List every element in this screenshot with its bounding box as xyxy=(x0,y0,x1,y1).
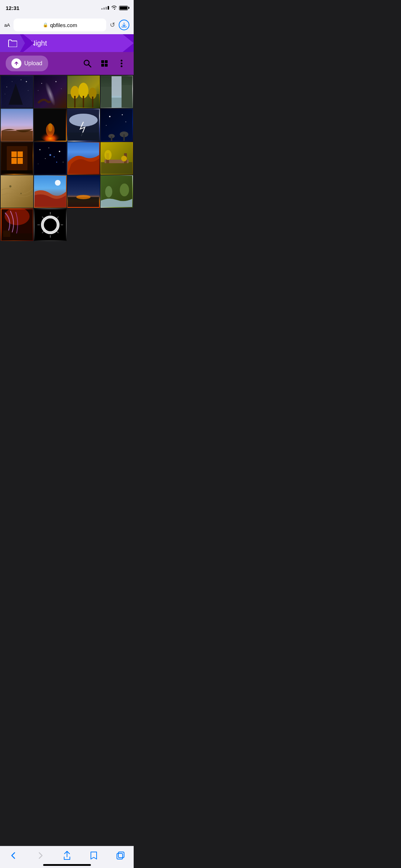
status-time: 12:31 xyxy=(6,5,19,11)
folder-button[interactable] xyxy=(0,34,25,52)
svg-line-1 xyxy=(88,64,91,67)
list-item[interactable] xyxy=(1,175,33,208)
svg-point-12 xyxy=(5,94,5,94)
list-item[interactable] xyxy=(34,208,66,241)
photo-waterfall-image xyxy=(101,76,132,108)
list-item[interactable] xyxy=(67,175,100,208)
svg-rect-24 xyxy=(74,96,76,108)
svg-point-64 xyxy=(49,154,51,156)
list-item[interactable] xyxy=(34,76,66,108)
svg-rect-47 xyxy=(123,134,125,141)
svg-point-45 xyxy=(106,125,107,126)
photo-eclipse-image xyxy=(35,209,66,241)
folder-icon xyxy=(8,39,17,47)
svg-point-91 xyxy=(45,219,56,231)
svg-point-42 xyxy=(109,116,110,117)
photo-stars-image xyxy=(35,143,66,174)
list-item[interactable] xyxy=(34,142,66,175)
list-item[interactable] xyxy=(1,76,33,108)
photo-lightning-image xyxy=(68,109,99,141)
svg-rect-41 xyxy=(101,109,132,141)
list-item[interactable] xyxy=(67,76,100,108)
svg-rect-88 xyxy=(3,231,10,237)
lock-icon: 🔒 xyxy=(43,22,48,27)
list-item[interactable] xyxy=(1,208,33,241)
toolbar-row: Upload xyxy=(0,52,134,75)
upload-label: Upload xyxy=(24,60,42,67)
photo-mushroom-image xyxy=(101,109,132,141)
svg-point-10 xyxy=(12,81,12,82)
list-item[interactable] xyxy=(1,109,33,141)
svg-rect-74 xyxy=(1,176,33,207)
svg-point-17 xyxy=(61,88,62,89)
list-item[interactable] xyxy=(67,109,100,141)
svg-point-61 xyxy=(45,158,46,159)
svg-point-18 xyxy=(38,90,38,91)
list-item[interactable] xyxy=(101,142,133,175)
signal-icon xyxy=(101,6,109,10)
svg-rect-40 xyxy=(68,133,99,141)
empty-cell xyxy=(101,208,133,241)
reload-button[interactable]: ↺ xyxy=(110,21,115,29)
photo-autumn-bridge-image xyxy=(101,143,132,174)
svg-rect-56 xyxy=(35,143,66,174)
svg-rect-29 xyxy=(110,96,123,108)
upload-circle-icon xyxy=(11,58,21,68)
photo-horizon-image xyxy=(68,176,99,207)
wifi-icon xyxy=(111,5,117,11)
svg-point-2 xyxy=(121,60,123,62)
svg-point-4 xyxy=(121,66,123,67)
svg-rect-33 xyxy=(1,131,33,141)
photo-grid-container[interactable] xyxy=(0,75,134,274)
breadcrumb-text: Night xyxy=(30,39,47,47)
svg-point-9 xyxy=(21,79,21,80)
svg-point-62 xyxy=(63,162,63,162)
svg-point-73 xyxy=(104,150,112,160)
list-item[interactable] xyxy=(101,109,133,141)
svg-point-63 xyxy=(38,164,38,164)
svg-point-44 xyxy=(125,122,126,122)
svg-point-8 xyxy=(6,87,7,87)
url-text: qbfiles.com xyxy=(50,22,77,28)
list-item[interactable] xyxy=(34,109,66,141)
list-item[interactable] xyxy=(101,175,133,208)
svg-rect-25 xyxy=(83,96,84,108)
svg-point-83 xyxy=(105,186,112,197)
search-button[interactable] xyxy=(81,57,94,70)
svg-rect-26 xyxy=(92,97,93,108)
photo-cabin-window-image xyxy=(1,143,33,174)
svg-rect-68 xyxy=(101,162,132,174)
url-bar[interactable]: 🔒 qbfiles.com xyxy=(14,19,106,31)
photo-sand-image xyxy=(1,176,33,207)
nav-header: Night Upload xyxy=(0,34,134,75)
list-item[interactable] xyxy=(67,142,100,175)
url-bar-container: aA 🔒 qbfiles.com ↺ xyxy=(0,16,134,34)
svg-point-75 xyxy=(9,185,11,187)
upload-arrow-icon xyxy=(14,61,19,66)
list-item[interactable] xyxy=(34,175,66,208)
empty-cell xyxy=(67,208,100,241)
font-size-button[interactable]: aA xyxy=(4,22,10,28)
upload-button[interactable]: Upload xyxy=(6,56,48,71)
svg-point-58 xyxy=(48,148,49,148)
svg-rect-28 xyxy=(112,76,122,98)
photo-night-rock-image xyxy=(1,76,33,108)
list-item[interactable] xyxy=(1,142,33,175)
svg-point-11 xyxy=(28,90,29,91)
download-button[interactable] xyxy=(119,20,129,30)
photo-grid xyxy=(0,75,134,242)
grid-view-button[interactable] xyxy=(98,57,111,70)
svg-point-43 xyxy=(122,114,123,115)
svg-point-7 xyxy=(26,81,27,82)
more-options-button[interactable] xyxy=(115,57,128,70)
photo-autumn-trees-image xyxy=(68,76,99,108)
photo-desert-dusk-image xyxy=(1,109,33,141)
svg-point-72 xyxy=(121,156,127,161)
photo-stream-image xyxy=(101,176,132,207)
breadcrumb-row: Night xyxy=(0,34,134,52)
list-item[interactable] xyxy=(101,76,133,108)
svg-point-78 xyxy=(55,180,61,186)
svg-point-39 xyxy=(69,114,98,126)
svg-point-3 xyxy=(121,63,123,64)
search-icon xyxy=(83,59,92,68)
